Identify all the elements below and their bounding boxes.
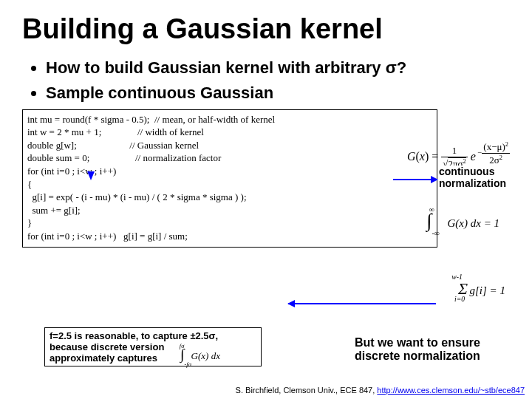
note-f-line: f=2.5 is reasonable, to capture ±2.5σ, xyxy=(50,330,256,341)
label-discrete-normalization: But we want to ensure discrete normaliza… xyxy=(350,334,514,365)
note-want-line: But we want to ensure xyxy=(355,336,510,349)
bullet-item: How to build Gaussian kernel with arbitr… xyxy=(46,58,510,78)
bullet-list: How to build Gaussian kernel with arbitr… xyxy=(22,58,510,103)
slide-title: Building a Gaussian kernel xyxy=(22,13,510,45)
slide: Building a Gaussian kernel How to build … xyxy=(0,0,532,399)
note-f-box: f=2.5 is reasonable, to capture ±2.5σ, b… xyxy=(44,327,262,366)
note-f-line: because discrete version xyxy=(50,341,256,352)
code-block: int mu = round(f * sigma - 0.5); // mean… xyxy=(22,109,437,248)
formula-integral-small: ∫-fσfσ G(x) dx xyxy=(180,346,220,364)
note-f-line: approximately captures xyxy=(50,352,256,364)
footer-link[interactable]: http://www.ces.clemson.edu/~stb/ece847 xyxy=(377,386,525,395)
footer-text: S. Birchfield, Clemson Univ., ECE 847, xyxy=(236,386,378,395)
formula-sum: Σi=0w-1 g[i] = 1 xyxy=(458,279,505,299)
label-continuous-normalization: continuous normalization xyxy=(439,166,520,189)
arrow-left-icon xyxy=(288,303,436,304)
arrow-right-icon xyxy=(393,179,437,180)
arrow-down-icon xyxy=(87,171,95,180)
bullet-item: Sample continuous Gaussian xyxy=(46,83,510,103)
footer: S. Birchfield, Clemson Univ., ECE 847, h… xyxy=(236,386,525,395)
note-want-line: discrete normalization xyxy=(355,349,510,363)
formula-integral: ∫-∞∞ G(x) dx = 1 xyxy=(426,210,499,232)
